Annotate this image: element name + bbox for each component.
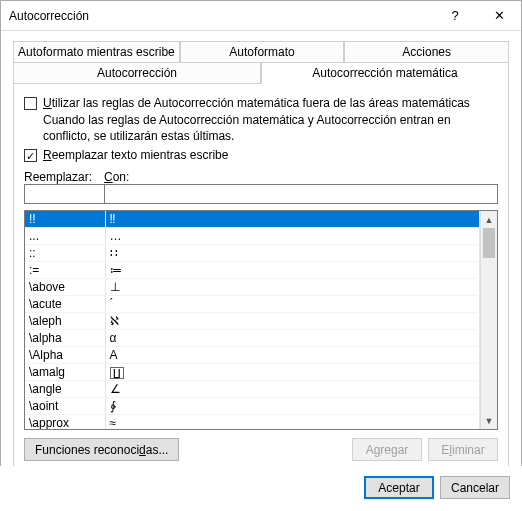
conflict-note: Cuando las reglas de Autocorrección mate… xyxy=(43,112,498,144)
table-row[interactable]: \above⊥ xyxy=(25,279,480,296)
tab-autoformat-typing[interactable]: Autoformato mientras escribe xyxy=(14,42,180,63)
scroll-thumb[interactable] xyxy=(483,228,495,258)
tab-actions[interactable]: Acciones xyxy=(344,42,508,63)
use-math-outside-label: Utilizar las reglas de Autocorrección ma… xyxy=(43,96,470,110)
scroll-up-icon[interactable]: ▲ xyxy=(481,211,497,228)
tab-body: Utilizar las reglas de Autocorrección ma… xyxy=(14,84,508,471)
replace-while-checkbox[interactable] xyxy=(24,149,37,162)
column-labels: Reemplazar: Con: xyxy=(24,170,498,184)
replace-while-label: Reemplazar texto mientras escribe xyxy=(43,148,228,162)
entry-key: \aoint xyxy=(25,398,105,415)
tab-autocorrect-math[interactable]: Autocorrección matemática xyxy=(261,63,508,84)
entry-value: ∠ xyxy=(105,381,480,398)
dialog-content: Autoformato mientras escribe Autoformato… xyxy=(1,31,521,480)
table-row[interactable]: \angle∠ xyxy=(25,381,480,398)
cancel-button[interactable]: Cancelar xyxy=(440,476,510,499)
entry-key: ... xyxy=(25,228,105,245)
entry-value: α xyxy=(105,330,480,347)
entry-key: \amalg xyxy=(25,364,105,381)
table-row[interactable]: !!‼ xyxy=(25,211,480,228)
replace-while-row: Reemplazar texto mientras escribe xyxy=(24,148,498,162)
use-math-outside-checkbox[interactable] xyxy=(24,97,37,110)
scroll-track[interactable] xyxy=(481,228,497,412)
table-row[interactable]: \AlphaΑ xyxy=(25,347,480,364)
entries-listbox: !!‼...…::∷:=≔\above⊥\acute´\alephℵ\alpha… xyxy=(24,210,498,430)
table-row[interactable]: \approx≈ xyxy=(25,415,480,430)
scrollbar[interactable]: ▲ ▼ xyxy=(480,211,497,429)
entry-value: ≈ xyxy=(105,415,480,430)
entry-key: \acute xyxy=(25,296,105,313)
entry-key: \aleph xyxy=(25,313,105,330)
entry-key: \alpha xyxy=(25,330,105,347)
entry-value: ≔ xyxy=(105,262,480,279)
entry-value: ‼ xyxy=(105,211,480,228)
titlebar: Autocorrección ? ✕ xyxy=(1,1,521,31)
help-button[interactable]: ? xyxy=(433,1,477,31)
table-row[interactable]: ::∷ xyxy=(25,245,480,262)
entry-key: \Alpha xyxy=(25,347,105,364)
recognized-functions-button[interactable]: Funciones reconocidas... xyxy=(24,438,179,461)
entry-value: ´ xyxy=(105,296,480,313)
add-button[interactable]: Agregar xyxy=(352,438,422,461)
table-row[interactable]: ...… xyxy=(25,228,480,245)
table-row[interactable]: :=≔ xyxy=(25,262,480,279)
tab-row-2: Autocorrección Autocorrección matemática xyxy=(14,63,508,84)
replace-input[interactable] xyxy=(24,184,104,204)
table-row[interactable]: \aoint∳ xyxy=(25,398,480,415)
entry-value: ℵ xyxy=(105,313,480,330)
entry-key: := xyxy=(25,262,105,279)
table-row[interactable]: \acute´ xyxy=(25,296,480,313)
entry-key: :: xyxy=(25,245,105,262)
close-button[interactable]: ✕ xyxy=(477,1,521,31)
list-button-row: Funciones reconocidas... Agregar Elimina… xyxy=(24,438,498,461)
ok-button[interactable]: Aceptar xyxy=(364,476,434,499)
entry-value: ∳ xyxy=(105,398,480,415)
delete-button[interactable]: Eliminar xyxy=(428,438,498,461)
entry-value: ∐ xyxy=(105,364,480,381)
tab-autoformat[interactable]: Autoformato xyxy=(180,42,345,63)
tab-autocorrect[interactable]: Autocorrección xyxy=(14,63,261,84)
tab-control: Autoformato mientras escribe Autoformato… xyxy=(13,41,509,472)
dialog-footer: Aceptar Cancelar xyxy=(0,466,522,511)
entry-key: \above xyxy=(25,279,105,296)
table-row[interactable]: \amalg∐ xyxy=(25,364,480,381)
entries-list[interactable]: !!‼...…::∷:=≔\above⊥\acute´\alephℵ\alpha… xyxy=(25,211,480,429)
entry-key: \approx xyxy=(25,415,105,430)
label-with: Con: xyxy=(104,170,498,184)
tab-row-1: Autoformato mientras escribe Autoformato… xyxy=(14,42,508,63)
scroll-down-icon[interactable]: ▼ xyxy=(481,412,497,429)
table-row[interactable]: \alphaα xyxy=(25,330,480,347)
label-replace: Reemplazar: xyxy=(24,170,104,184)
entry-value: ⊥ xyxy=(105,279,480,296)
entry-key: !! xyxy=(25,211,105,228)
with-input[interactable] xyxy=(104,184,498,204)
entry-value: … xyxy=(105,228,480,245)
use-math-outside-row: Utilizar las reglas de Autocorrección ma… xyxy=(24,96,498,110)
window-title: Autocorrección xyxy=(9,9,433,23)
entry-value: Α xyxy=(105,347,480,364)
table-row[interactable]: \alephℵ xyxy=(25,313,480,330)
input-row xyxy=(24,184,498,204)
entry-key: \angle xyxy=(25,381,105,398)
entry-value: ∷ xyxy=(105,245,480,262)
